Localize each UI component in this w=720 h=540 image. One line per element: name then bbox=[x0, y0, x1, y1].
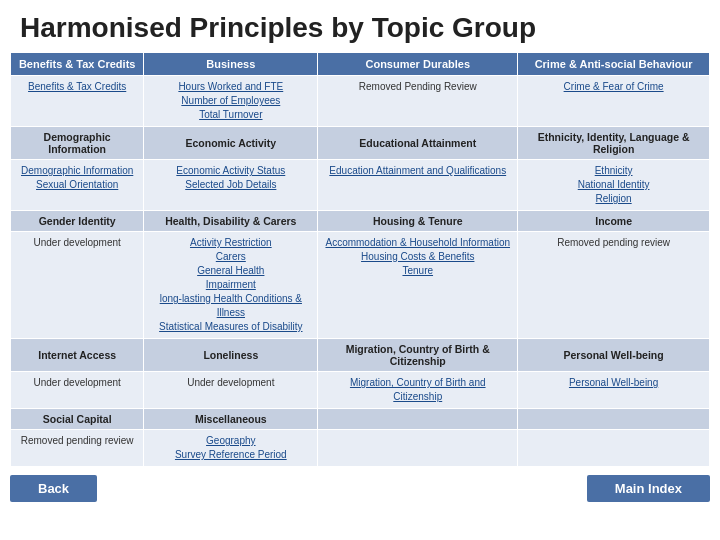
cell-text: Removed pending review bbox=[557, 237, 670, 248]
section-label: Miscellaneous bbox=[144, 409, 318, 430]
table-row: GeographySurvey Reference Period bbox=[144, 430, 318, 467]
cell-link[interactable]: Number of Employees bbox=[150, 94, 311, 108]
section-label: Demographic Information bbox=[11, 127, 144, 160]
section-label: Gender Identity bbox=[11, 211, 144, 232]
section-label: Housing & Tenure bbox=[318, 211, 518, 232]
table-row: Personal Well-being bbox=[518, 372, 710, 409]
table-row: Crime & Fear of Crime bbox=[518, 76, 710, 127]
table-row: EthnicityNational IdentityReligion bbox=[518, 160, 710, 211]
cell-link[interactable]: Migration, Country of Birth and Citizens… bbox=[324, 376, 511, 404]
table-row: Migration, Country of Birth and Citizens… bbox=[318, 372, 518, 409]
cell-link[interactable]: Carers bbox=[150, 250, 311, 264]
main-table: Benefits & Tax Credits Business Consumer… bbox=[10, 52, 710, 467]
header-col-2: Consumer Durables bbox=[318, 53, 518, 76]
cell-text: Removed Pending Review bbox=[359, 81, 477, 92]
table-row bbox=[518, 430, 710, 467]
cell-link[interactable]: Ethnicity bbox=[524, 164, 703, 178]
cell-link[interactable]: Accommodation & Household Information bbox=[324, 236, 511, 250]
table-row: Benefits & Tax Credits bbox=[11, 76, 144, 127]
cell-link[interactable]: Tenure bbox=[324, 264, 511, 278]
table-row: Accommodation & Household InformationHou… bbox=[318, 232, 518, 339]
cell-link[interactable]: long-lasting Health Conditions & Illness bbox=[150, 292, 311, 320]
cell-link[interactable]: Housing Costs & Benefits bbox=[324, 250, 511, 264]
section-label: Ethnicity, Identity, Language & Religion bbox=[518, 127, 710, 160]
table-row: Under development bbox=[11, 372, 144, 409]
main-index-button[interactable]: Main Index bbox=[587, 475, 710, 502]
section-label: Migration, Country of Birth & Citizenshi… bbox=[318, 339, 518, 372]
cell-text: Under development bbox=[34, 237, 121, 248]
bottom-bar: Back Main Index bbox=[0, 467, 720, 508]
cell-text: Removed pending review bbox=[21, 435, 134, 446]
cell-link[interactable]: Total Turnover bbox=[150, 108, 311, 122]
section-label: Economic Activity bbox=[144, 127, 318, 160]
header-col-0: Benefits & Tax Credits bbox=[11, 53, 144, 76]
section-label: Social Capital bbox=[11, 409, 144, 430]
table-row: Hours Worked and FTENumber of EmployeesT… bbox=[144, 76, 318, 127]
section-label: Educational Attainment bbox=[318, 127, 518, 160]
table-row: Under development bbox=[144, 372, 318, 409]
table-row: Activity RestrictionCarersGeneral Health… bbox=[144, 232, 318, 339]
cell-text: Under development bbox=[187, 377, 274, 388]
section-label: Health, Disability & Carers bbox=[144, 211, 318, 232]
cell-link[interactable]: Economic Activity Status bbox=[150, 164, 311, 178]
cell-link[interactable]: Impairment bbox=[150, 278, 311, 292]
cell-link[interactable]: Personal Well-being bbox=[524, 376, 703, 390]
table-row: Economic Activity StatusSelected Job Det… bbox=[144, 160, 318, 211]
cell-link[interactable]: Religion bbox=[524, 192, 703, 206]
header-col-3: Crime & Anti-social Behaviour bbox=[518, 53, 710, 76]
section-label bbox=[518, 409, 710, 430]
page-title: Harmonised Principles by Topic Group bbox=[0, 0, 720, 52]
table-row: Removed Pending Review bbox=[318, 76, 518, 127]
cell-link[interactable]: Activity Restriction bbox=[150, 236, 311, 250]
table-row: Demographic InformationSexual Orientatio… bbox=[11, 160, 144, 211]
cell-link[interactable]: Education Attainment and Qualifications bbox=[324, 164, 511, 178]
back-button[interactable]: Back bbox=[10, 475, 97, 502]
section-label: Internet Access bbox=[11, 339, 144, 372]
cell-link[interactable]: National Identity bbox=[524, 178, 703, 192]
section-label: Loneliness bbox=[144, 339, 318, 372]
cell-link[interactable]: Statistical Measures of Disability bbox=[150, 320, 311, 334]
cell-link[interactable]: Hours Worked and FTE bbox=[150, 80, 311, 94]
cell-link[interactable]: Survey Reference Period bbox=[150, 448, 311, 462]
table-row: Under development bbox=[11, 232, 144, 339]
table-row bbox=[318, 430, 518, 467]
section-label: Income bbox=[518, 211, 710, 232]
cell-link[interactable]: Sexual Orientation bbox=[17, 178, 137, 192]
cell-text: Under development bbox=[34, 377, 121, 388]
cell-link[interactable]: Benefits & Tax Credits bbox=[17, 80, 137, 94]
cell-link[interactable]: Crime & Fear of Crime bbox=[524, 80, 703, 94]
cell-link[interactable]: Demographic Information bbox=[17, 164, 137, 178]
table-row: Removed pending review bbox=[11, 430, 144, 467]
cell-link[interactable]: Geography bbox=[150, 434, 311, 448]
header-col-1: Business bbox=[144, 53, 318, 76]
cell-link[interactable]: General Health bbox=[150, 264, 311, 278]
section-label bbox=[318, 409, 518, 430]
cell-link[interactable]: Selected Job Details bbox=[150, 178, 311, 192]
section-label: Personal Well-being bbox=[518, 339, 710, 372]
table-row: Education Attainment and Qualifications bbox=[318, 160, 518, 211]
table-row: Removed pending review bbox=[518, 232, 710, 339]
